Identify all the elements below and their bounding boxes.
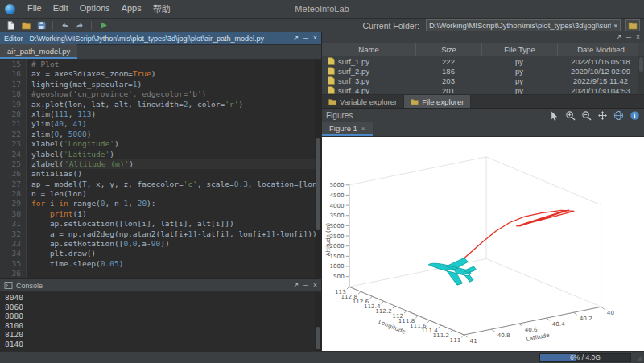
- line-number: 18: [0, 89, 21, 99]
- code-line[interactable]: ap = model(T, x, y, z, facecolor='c', sc…: [31, 179, 321, 189]
- file-name: surf_1.py: [338, 57, 369, 66]
- code-line[interactable]: xlabel('Longitude'): [31, 139, 321, 149]
- float-icon[interactable]: ↗: [616, 34, 621, 41]
- column-header[interactable]: Name: [322, 43, 415, 56]
- code-line[interactable]: ap.setLocation([lon[i], lat[i], alt[i]]): [31, 219, 321, 229]
- menu-options[interactable]: Options: [74, 3, 116, 15]
- minimize-icon[interactable]: ─: [303, 35, 308, 42]
- code-line[interactable]: [31, 269, 321, 278]
- pan-icon[interactable]: [597, 110, 608, 121]
- new-file-button[interactable]: [4, 19, 17, 31]
- tick-mark: [427, 320, 430, 323]
- code-line[interactable]: xlim(111, 113): [31, 109, 321, 119]
- explorer-tab-variable-explorer[interactable]: Variable explorer: [322, 95, 404, 108]
- code-line[interactable]: lighting(mat_specular=1): [31, 80, 321, 89]
- menu-帮助[interactable]: 帮助: [147, 3, 176, 15]
- editor-scrollbar[interactable]: [315, 60, 321, 278]
- code-line[interactable]: zlim(0, 5000): [31, 130, 321, 139]
- file-name: surf_4.py: [338, 86, 369, 95]
- file-table-scrollbar[interactable]: [638, 43, 644, 94]
- menu-edit[interactable]: Edit: [47, 3, 74, 15]
- save-button[interactable]: [35, 19, 47, 31]
- float-icon[interactable]: ↗: [293, 282, 299, 289]
- code-line[interactable]: plt.draw(): [31, 249, 321, 258]
- file-row[interactable]: surf_4.py 201 py 2020/11/30 04:53: [322, 85, 644, 94]
- tick-label: 111: [450, 336, 461, 344]
- figures-panel-header: Figures: [322, 109, 644, 122]
- explorer-tabs: Variable explorer File explorer: [322, 94, 644, 108]
- tick-label: 40.4: [552, 320, 565, 328]
- code-line[interactable]: ap.setRotation([0,0,a-90]): [31, 239, 321, 249]
- figure-tab[interactable]: Figure 1 ×: [322, 122, 373, 136]
- minimize-icon[interactable]: ─: [303, 282, 308, 289]
- line-number: 28: [0, 189, 21, 199]
- code-line[interactable]: ylabel('Latitude'): [31, 150, 321, 159]
- figure-area[interactable]: 113112.8112.6112.4112.2112111.8111.6111.…: [322, 137, 644, 352]
- scrollbar-thumb[interactable]: [316, 138, 320, 230]
- code-line[interactable]: n = len(lon): [31, 189, 321, 199]
- code-line[interactable]: # Plot: [31, 60, 321, 69]
- file-row[interactable]: surf_1.py 222 py 2022/11/16 05:18: [322, 56, 644, 66]
- console-scrollbar[interactable]: [315, 292, 321, 352]
- column-header[interactable]: Date Modified: [557, 43, 644, 56]
- globe-icon[interactable]: [613, 110, 624, 121]
- code-line[interactable]: ax = axes3d(axes_zoom=True): [31, 69, 321, 79]
- file-size: 203: [415, 76, 481, 85]
- current-folder-combobox[interactable]: D:\Working\MIScript\Jython\mis\plot_type…: [426, 19, 621, 31]
- tick-mark: [358, 291, 361, 294]
- console-output[interactable]: 8040806080808100812081408160: [0, 292, 321, 352]
- memory-indicator[interactable]: 6% / 4.0G: [539, 353, 631, 362]
- column-header[interactable]: File Type: [481, 43, 557, 56]
- code-line[interactable]: #geoshow('cn_province', edgecolor='b'): [31, 89, 321, 99]
- run-script-button[interactable]: [97, 19, 109, 31]
- code-line[interactable]: print(i): [31, 209, 321, 219]
- close-icon[interactable]: ×: [313, 35, 317, 42]
- redo-button[interactable]: [73, 19, 86, 31]
- line-number: 26: [0, 169, 21, 179]
- meteoinfolab-window: FileEditOptionsApps帮助 MeteoInfoLab Curre…: [0, 0, 644, 363]
- browse-folder-button[interactable]: [625, 19, 640, 31]
- editor-tab[interactable]: air_path_model.py: [0, 44, 77, 59]
- open-file-button[interactable]: [19, 19, 32, 31]
- code-line[interactable]: zlabel('Altitude (m)'): [31, 159, 321, 169]
- undo-button[interactable]: [58, 19, 71, 31]
- column-header[interactable]: Size: [415, 43, 481, 56]
- code-line[interactable]: ax.plot(lon, lat, alt, linewidth=2, colo…: [31, 100, 321, 109]
- line-number: 19: [0, 100, 21, 109]
- info-icon[interactable]: [630, 110, 640, 121]
- file-name: surf_3.py: [338, 76, 369, 85]
- code-line[interactable]: ylim(40, 41): [31, 119, 321, 129]
- zoom-in-icon[interactable]: [565, 110, 576, 121]
- console-panel-header: Console ↗ ─ ×: [0, 279, 321, 292]
- scrollbar-thumb[interactable]: [639, 57, 643, 72]
- menu-file[interactable]: File: [22, 3, 47, 15]
- editor-code[interactable]: # Plotax = axes3d(axes_zoom=True)lightin…: [27, 60, 321, 278]
- float-icon[interactable]: ↗: [293, 35, 299, 42]
- file-name: surf_2.py: [338, 67, 369, 76]
- scrollbar-thumb[interactable]: [316, 327, 320, 349]
- minimize-icon[interactable]: ─: [626, 34, 631, 41]
- code-line[interactable]: time.sleep(0.05): [31, 259, 321, 269]
- explorer-tab-file-explorer[interactable]: File explorer: [404, 95, 471, 108]
- code-line[interactable]: a = np.rad2deg(np.atan2(lat[i+1]-lat[i],…: [31, 229, 321, 239]
- close-icon[interactable]: ×: [636, 34, 640, 41]
- tick-mark: [519, 324, 522, 326]
- file-type: py: [481, 67, 557, 76]
- editor-panel-title: Editor - D:\Working\MIScript\Jython\mis\…: [4, 35, 288, 43]
- file-size: 201: [415, 86, 481, 95]
- file-row[interactable]: surf_3.py 203 py 2022/9/15 11:42: [322, 76, 644, 85]
- resize-grip-icon[interactable]: [636, 355, 642, 361]
- code-line[interactable]: antialias(): [31, 169, 321, 179]
- line-number: 22: [0, 130, 21, 139]
- menu-bar: FileEditOptionsApps帮助 MeteoInfoLab: [0, 0, 644, 19]
- code-line[interactable]: for i in range(0, n-1, 20):: [31, 199, 321, 208]
- file-row[interactable]: surf_2.py 186 py 2020/10/12 02:09: [322, 66, 644, 76]
- tick-label: 5000: [329, 181, 345, 188]
- close-icon[interactable]: ×: [361, 125, 365, 132]
- close-icon[interactable]: ×: [313, 282, 317, 289]
- tick-mark: [574, 312, 577, 315]
- zoom-out-icon[interactable]: [581, 110, 592, 121]
- select-arrow-icon[interactable]: [549, 110, 559, 121]
- current-folder-label: Current Folder:: [362, 21, 419, 31]
- menu-apps[interactable]: Apps: [116, 3, 147, 15]
